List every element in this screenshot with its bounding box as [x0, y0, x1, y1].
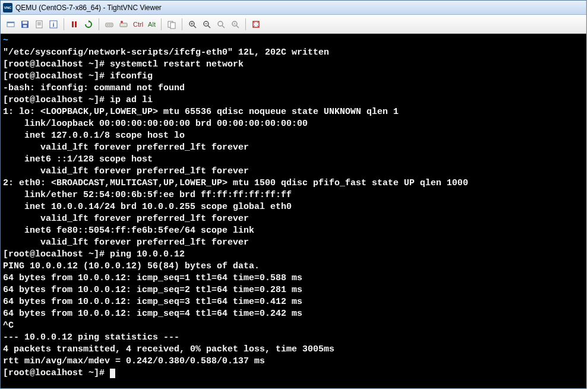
svg-rect-5	[36, 21, 42, 28]
svg-rect-12	[75, 21, 77, 27]
svg-rect-11	[72, 21, 74, 27]
terminal-line: link/ether 52:54:00:6b:5f:ee brd ff:ff:f…	[3, 190, 292, 200]
zoom-auto-button[interactable]: A	[229, 18, 242, 31]
refresh-button[interactable]	[82, 18, 95, 31]
terminal-line: 64 bytes from 10.0.0.12: icmp_seq=3 ttl=…	[3, 297, 302, 307]
options-button[interactable]	[33, 18, 46, 31]
svg-line-27	[208, 26, 210, 28]
terminal-line: 2: eth0: <BROADCAST,MULTICAST,UP,LOWER_U…	[3, 178, 468, 188]
pause-button[interactable]	[68, 18, 81, 31]
toolbar-separator	[161, 18, 162, 30]
svg-line-23	[194, 26, 196, 28]
terminal-line: 64 bytes from 10.0.0.12: icmp_seq=1 ttl=…	[3, 273, 302, 283]
save-session-button[interactable]	[18, 18, 31, 31]
svg-line-30	[222, 26, 225, 28]
toolbar-separator	[182, 18, 182, 30]
terminal-line: valid_lft forever preferred_lft forever	[3, 237, 249, 248]
terminal-line: [root@localhost ~]# ifconfig	[3, 71, 153, 81]
terminal-line: 64 bytes from 10.0.0.12: icmp_seq=2 ttl=…	[3, 285, 302, 295]
terminal-line: inet6 fe80::5054:ff:fe6b:5fee/64 scope l…	[3, 226, 254, 236]
svg-rect-17	[110, 24, 112, 26]
ctrl-alt-del-button[interactable]	[103, 18, 116, 31]
terminal-line: ^C	[3, 321, 14, 331]
terminal-line: link/loopback 00:00:00:00:00:00 brd 00:0…	[3, 119, 308, 129]
terminal-output: ~ "/etc/sysconfig/network-scripts/ifcfg-…	[3, 35, 584, 379]
terminal-line: -bash: ifconfig: command not found	[3, 83, 185, 93]
svg-line-32	[236, 26, 239, 28]
vnc-window: VNC QEMU (CentOS-7-x86_64) - TightVNC Vi…	[0, 0, 587, 389]
terminal-line: 64 bytes from 10.0.0.12: icmp_seq=4 ttl=…	[3, 309, 302, 319]
terminal-line: --- 10.0.0.12 ping statistics ---	[3, 332, 179, 343]
vnc-app-icon: VNC	[3, 3, 12, 12]
toolbar-separator	[245, 18, 246, 30]
svg-rect-16	[109, 24, 110, 26]
terminal-area[interactable]: ~ "/etc/sysconfig/network-scripts/ifcfg-…	[1, 34, 586, 388]
info-button[interactable]: i	[47, 18, 60, 31]
svg-rect-21	[170, 23, 175, 28]
terminal-line: inet 10.0.0.14/24 brd 10.0.0.255 scope g…	[3, 202, 292, 212]
terminal-cursor	[110, 369, 115, 378]
terminal-line: rtt min/avg/max/mdev = 0.242/0.380/0.588…	[3, 356, 265, 366]
terminal-line: ~	[3, 36, 8, 46]
toolbar-separator	[99, 18, 99, 30]
svg-rect-3	[23, 21, 27, 24]
terminal-line: valid_lft forever preferred_lft forever	[3, 142, 249, 153]
terminal-line: valid_lft forever preferred_lft forever	[3, 166, 249, 176]
titlebar[interactable]: VNC QEMU (CentOS-7-x86_64) - TightVNC Vi…	[1, 1, 586, 15]
terminal-line: "/etc/sysconfig/network-scripts/ifcfg-et…	[3, 47, 329, 58]
terminal-line: 1: lo: <LOOPBACK,UP,LOWER_UP> mtu 65536 …	[3, 107, 399, 117]
fullscreen-button[interactable]	[249, 18, 263, 31]
ctrl-toggle-button[interactable]: Ctrl	[131, 20, 145, 29]
svg-text:i: i	[52, 21, 54, 28]
terminal-line: [root@localhost ~]#	[3, 368, 110, 378]
svg-point-19	[121, 21, 123, 23]
file-transfer-button[interactable]	[165, 18, 178, 31]
svg-rect-18	[120, 23, 127, 27]
terminal-line: inet6 ::1/128 scope host	[3, 154, 153, 164]
svg-point-29	[218, 21, 223, 26]
zoom-in-button[interactable]	[186, 18, 199, 31]
terminal-line: valid_lft forever preferred_lft forever	[3, 214, 249, 224]
terminal-line: [root@localhost ~]# systemctl restart ne…	[3, 59, 244, 69]
zoom-out-button[interactable]	[200, 18, 213, 31]
window-title: QEMU (CentOS-7-x86_64) - TightVNC Viewer	[15, 4, 162, 12]
terminal-line: [root@localhost ~]# ping 10.0.0.12	[3, 249, 185, 259]
new-connection-button[interactable]	[4, 18, 17, 31]
svg-rect-4	[23, 25, 27, 27]
toolbar: i Ctrl Alt A	[1, 15, 586, 34]
terminal-line: [root@localhost ~]# ip ad li	[3, 95, 153, 105]
toolbar-separator	[64, 18, 64, 30]
terminal-line: PING 10.0.0.12 (10.0.0.12) 56(84) bytes …	[3, 261, 260, 271]
svg-rect-15	[107, 24, 108, 26]
terminal-line: 4 packets transmitted, 4 received, 0% pa…	[3, 344, 334, 354]
svg-text:A: A	[233, 22, 236, 26]
alt-toggle-button[interactable]: Alt	[146, 20, 157, 29]
terminal-line: inet 127.0.0.1/8 scope host lo	[3, 131, 185, 141]
ctrl-esc-button[interactable]	[117, 18, 130, 31]
svg-rect-1	[7, 22, 14, 23]
zoom-100-button[interactable]	[214, 18, 227, 31]
